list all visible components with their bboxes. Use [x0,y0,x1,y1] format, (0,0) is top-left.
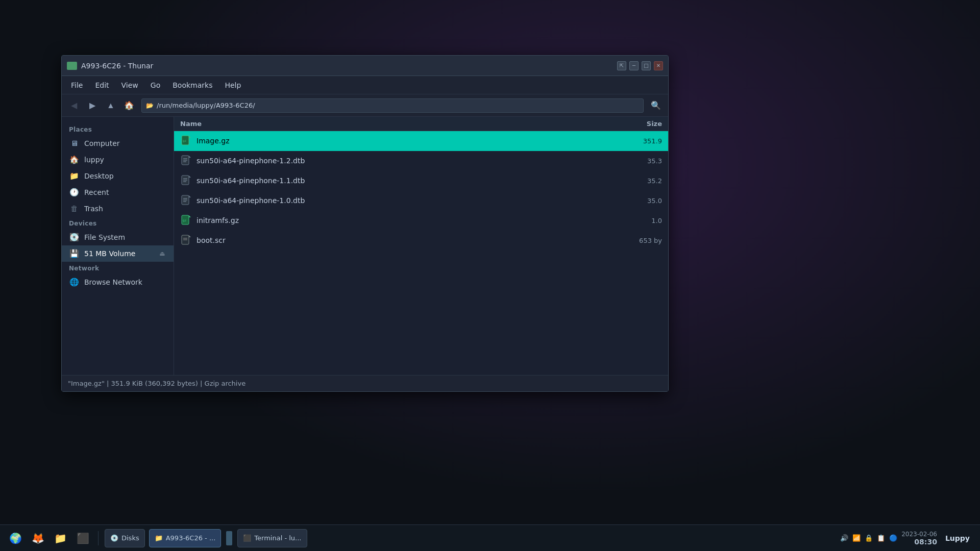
svg-marker-12 [189,176,191,178]
sidebar-item-trash[interactable]: 🗑 Trash [62,201,174,217]
eject-button[interactable]: ⏏ [158,249,166,258]
svg-marker-24 [189,235,191,237]
window-icon [67,62,77,70]
minimize-button[interactable]: ─ [629,61,639,70]
file-row-image-gz[interactable]: gz Image.gz 351.9 [174,131,668,151]
sidebar-item-volume[interactable]: 💾 51 MB Volume ⏏ [62,245,174,262]
svg-marker-17 [189,195,191,197]
menu-help[interactable]: Help [219,79,246,91]
file-row-sun50i-1-1[interactable]: sun50i-a64-pinephone-1.1.dtb 35.2 [174,171,668,191]
thunar-taskbar-icon: 📁 [155,534,163,542]
volume-icon: 💾 [69,248,79,259]
sidebar-item-browse-network-label: Browse Network [84,278,142,286]
trash-icon: 🗑 [69,204,79,214]
taskbar-browser-icon[interactable]: 🌍 [6,529,24,547]
svg-marker-2 [189,136,191,138]
menu-bookmarks[interactable]: Bookmarks [167,79,217,91]
file-row-boot-scr[interactable]: boot.scr 653 by [174,231,668,251]
back-button[interactable]: ◀ [66,97,82,114]
file-size-boot-scr: 653 by [611,237,662,244]
taskbar-thunar-button[interactable]: 📁 A993-6C26 - ... [149,529,222,547]
recent-icon: 🕐 [69,187,79,197]
sidebar-item-computer[interactable]: 🖥 Computer [62,135,174,152]
sidebar-item-recent-label: Recent [84,188,109,196]
menu-view[interactable]: View [116,79,143,91]
terminal-taskbar-label: Terminal - lu... [254,534,301,542]
taskbar-terminal-button[interactable]: ⬛ Terminal - lu... [237,529,307,547]
sidebar-item-filesystem-label: File System [84,233,125,241]
restore-button[interactable]: ⇱ [617,61,626,70]
file-list: Name Size gz Image.gz 351.9 [174,117,668,375]
terminal-taskbar-icon: ⬛ [243,534,251,542]
file-row-sun50i-1-2[interactable]: sun50i-a64-pinephone-1.2.dtb 35.3 [174,151,668,171]
search-button[interactable]: 🔍 [648,97,664,114]
file-icon-image-gz: gz [180,135,192,147]
maximize-button[interactable]: □ [642,61,651,70]
active-indicator [226,531,232,545]
menu-go[interactable]: Go [145,79,165,91]
taskbar: 🌍 🦊 📁 ⬛ 💿 Disks 📁 A993-6C26 - ... ⬛ Term… [0,524,980,551]
titlebar: A993-6C26 - Thunar ⇱ ─ □ ✕ [62,56,668,76]
home-button[interactable]: 🏠 [121,97,137,114]
file-row-initramfs[interactable]: gz initramfs.gz 1.0 [174,211,668,231]
bluetooth-icon-taskbar[interactable]: 🔵 [889,534,897,542]
sidebar-item-volume-label: 51 MB Volume [84,249,135,258]
column-size-header[interactable]: Size [611,120,662,128]
file-name-sun50i-1-2: sun50i-a64-pinephone-1.2.dtb [197,157,611,165]
taskbar-firefox-icon[interactable]: 🦊 [29,529,47,547]
statusbar: "Image.gz" | 351.9 KiB (360,392 bytes) |… [62,375,668,391]
taskbar-clock: 2023-02-06 08:30 [901,531,937,546]
titlebar-left: A993-6C26 - Thunar [67,62,153,70]
disks-label: Disks [121,534,139,542]
file-row-sun50i-1-0[interactable]: sun50i-a64-pinephone-1.0.dtb 35.0 [174,191,668,211]
svg-text:gz: gz [183,139,187,143]
computer-icon: 🖥 [69,138,79,148]
places-section-title: Places [62,123,174,135]
sidebar-item-browse-network[interactable]: 🌐 Browse Network [62,274,174,290]
window-controls: ⇱ ─ □ ✕ [617,61,663,70]
sidebar-item-luppy-label: luppy [84,156,104,164]
menu-edit[interactable]: Edit [90,79,114,91]
file-name-sun50i-1-0: sun50i-a64-pinephone-1.0.dtb [197,196,611,205]
status-text: "Image.gz" | 351.9 KiB (360,392 bytes) |… [68,380,246,387]
location-bar[interactable]: 📂 /run/media/luppy/A993-6C26/ [141,98,644,113]
location-icon: 📂 [146,102,154,109]
file-icon-sun50i-1-1 [180,174,192,187]
up-button[interactable]: ▲ [103,97,119,114]
taskbar-terminal-icon[interactable]: ⬛ [74,529,92,547]
file-size-image-gz: 351.9 [611,137,662,145]
file-list-header: Name Size [174,117,668,131]
file-size-sun50i-1-0: 35.0 [611,197,662,205]
file-name-boot-scr: boot.scr [197,236,611,244]
file-size-sun50i-1-2: 35.3 [611,157,662,165]
taskbar-user: Luppy [941,534,974,542]
taskbar-disks-button[interactable]: 💿 Disks [105,529,145,547]
file-size-initramfs: 1.0 [611,217,662,224]
filesystem-icon: 💽 [69,232,79,242]
sidebar: Places 🖥 Computer 🏠 luppy 📁 Desktop 🕐 Re… [62,117,174,375]
menu-file[interactable]: File [66,79,88,91]
sidebar-item-luppy[interactable]: 🏠 luppy [62,152,174,168]
sidebar-item-desktop-label: Desktop [84,172,114,180]
sidebar-item-desktop[interactable]: 📁 Desktop [62,168,174,184]
file-icon-initramfs: gz [180,214,192,227]
taskbar-right: 🔊 📶 🔒 📋 🔵 2023-02-06 08:30 Luppy [840,531,974,546]
packages-icon-taskbar[interactable]: 📋 [877,534,885,542]
devices-section-title: Devices [62,217,174,229]
forward-button[interactable]: ▶ [84,97,101,114]
column-name-header[interactable]: Name [180,120,611,128]
sidebar-item-filesystem[interactable]: 💽 File System [62,229,174,245]
content-area: Places 🖥 Computer 🏠 luppy 📁 Desktop 🕐 Re… [62,117,668,375]
svg-text:gz: gz [183,218,187,222]
taskbar-filemanager-icon[interactable]: 📁 [51,529,69,547]
sidebar-item-recent[interactable]: 🕐 Recent [62,184,174,201]
wifi-icon-taskbar[interactable]: 📶 [852,534,861,542]
svg-marker-20 [189,215,191,217]
file-name-image-gz: Image.gz [197,137,611,145]
volume-icon-taskbar[interactable]: 🔊 [840,534,848,542]
desktop-icon: 📁 [69,171,79,181]
taskbar-date: 2023-02-06 [901,531,937,538]
close-button[interactable]: ✕ [654,61,663,70]
security-icon-taskbar[interactable]: 🔒 [865,534,873,542]
disks-icon: 💿 [110,534,118,542]
